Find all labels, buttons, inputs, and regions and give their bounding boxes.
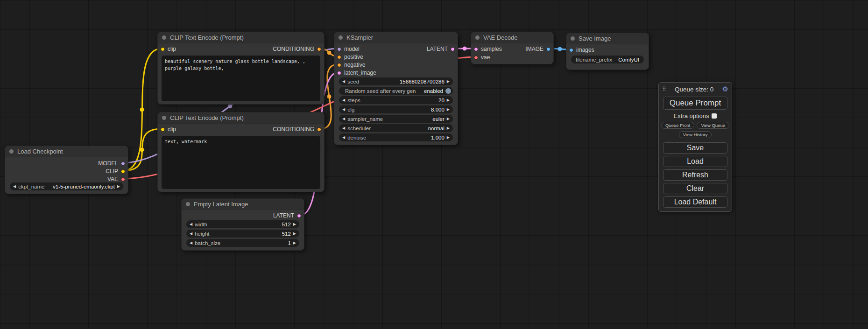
decrement-arrow-icon[interactable]: ◀ [342,133,345,141]
image-port-icon[interactable] [569,48,573,52]
settings-gear-icon[interactable]: ⚙ [722,85,728,93]
widget-batch-size[interactable]: ◀ batch_size 1 ▶ [186,239,299,247]
widget-label: height [195,231,209,237]
toggle-knob-icon[interactable] [445,88,451,94]
widget-filename-prefix[interactable]: filename_prefix ComfyUI [571,56,644,63]
collapse-dot-icon[interactable] [339,35,343,40]
decrement-arrow-icon[interactable]: ◀ [342,96,345,104]
positive-prompt-textarea[interactable]: beautiful scenery nature glass bottle la… [162,56,320,101]
decrement-arrow-icon[interactable]: ◀ [342,115,345,123]
node-title: Empty Latent Image [194,201,248,208]
node-titlebar[interactable]: VAE Decode [471,32,553,43]
drag-handle-icon[interactable]: ⠿ [662,86,666,92]
collapse-dot-icon[interactable] [186,202,190,206]
widget-height[interactable]: ◀ height 512 ▶ [186,230,299,238]
latent-port-icon[interactable] [297,214,301,218]
widget-seed[interactable]: ◀ seed 156680208700286 ▶ [339,77,453,85]
collapse-dot-icon[interactable] [162,116,166,120]
widget-random-seed-toggle[interactable]: Random seed after every gen enabled [339,87,453,95]
widget-label: Random seed after every gen [345,88,416,94]
node-titlebar[interactable]: Save Image [566,33,649,44]
input-latent-image-label: latent_image [344,70,376,76]
widget-sampler-name[interactable]: ◀ sampler_name euler ▶ [339,115,453,123]
increment-arrow-icon[interactable]: ▶ [447,115,450,123]
refresh-button[interactable]: Refresh [663,169,727,181]
model-port-icon[interactable] [337,47,341,51]
link-clip-to-negative-prompt[interactable] [123,129,162,171]
view-history-button[interactable]: View History [679,131,712,138]
node-clip-text-encode-negative[interactable]: CLIP Text Encode (Prompt) clip CONDITION… [157,112,325,192]
collapse-dot-icon[interactable] [475,35,480,40]
input-clip-label: clip [168,46,176,52]
clip-port-icon[interactable] [161,47,165,51]
node-titlebar[interactable]: KSampler [334,32,458,43]
conditioning-port-icon[interactable] [317,127,321,132]
node-vae-decode[interactable]: VAE Decode samples IMAGE vae [471,32,554,64]
output-conditioning: CONDITIONING [273,126,321,133]
node-titlebar[interactable]: CLIP Text Encode (Prompt) [158,32,324,43]
node-titlebar[interactable]: CLIP Text Encode (Prompt) [158,112,324,124]
node-clip-text-encode-positive[interactable]: CLIP Text Encode (Prompt) clip CONDITION… [157,32,325,105]
latent-port-icon[interactable] [474,47,478,51]
clip-port-icon[interactable] [161,127,165,132]
widget-width[interactable]: ◀ width 512 ▶ [186,220,299,228]
increment-arrow-icon[interactable]: ▶ [447,133,450,141]
collapse-dot-icon[interactable] [571,36,575,41]
decrement-arrow-icon[interactable]: ◀ [342,105,345,113]
latent-port-icon[interactable] [337,71,341,75]
increment-arrow-icon[interactable]: ▶ [117,182,120,190]
decrement-arrow-icon[interactable]: ◀ [342,124,345,132]
collapse-dot-icon[interactable] [9,149,14,154]
node-load-checkpoint[interactable]: Load Checkpoint MODEL CLIP VAE ◀ ckpt_na… [5,146,128,194]
decrement-arrow-icon[interactable]: ◀ [190,220,192,228]
increment-arrow-icon[interactable]: ▶ [447,124,450,132]
conditioning-port-icon[interactable] [337,63,341,67]
negative-prompt-textarea[interactable]: text, watermark [162,136,320,189]
increment-arrow-icon[interactable]: ▶ [447,96,450,104]
increment-arrow-icon[interactable]: ▶ [293,220,296,228]
decrement-arrow-icon[interactable]: ◀ [13,182,16,190]
vae-port-icon[interactable] [121,177,125,182]
conditioning-port-icon[interactable] [337,55,341,59]
clip-port-icon[interactable] [121,169,125,174]
increment-arrow-icon[interactable]: ▶ [447,77,450,85]
increment-arrow-icon[interactable]: ▶ [447,105,450,113]
model-port-icon[interactable] [121,161,125,166]
latent-port-icon[interactable] [451,47,455,51]
load-default-button[interactable]: Load Default [663,196,727,208]
widget-scheduler[interactable]: ◀ scheduler normal ▶ [339,124,453,132]
load-button[interactable]: Load [663,156,727,167]
history-row: View History [659,131,732,138]
output-image-label: IMAGE [525,46,543,52]
image-port-icon[interactable] [546,47,550,51]
widget-denoise[interactable]: ◀ denoise 1.000 ▶ [339,133,453,141]
comfy-menu-panel[interactable]: ⠿ Queue size: 0 ⚙ Queue Prompt Extra opt… [658,82,732,212]
conditioning-port-icon[interactable] [317,47,321,51]
extra-options-checkbox[interactable] [712,113,717,119]
widget-label: sampler_name [347,116,383,122]
view-queue-button[interactable]: View Queue [697,122,729,129]
node-empty-latent-image[interactable]: Empty Latent Image LATENT ◀ width 512 ▶ … [181,198,304,251]
widget-cfg[interactable]: ◀ cfg 8.000 ▶ [339,105,453,113]
decrement-arrow-icon[interactable]: ◀ [190,239,192,247]
graph-canvas[interactable]: Load Checkpoint MODEL CLIP VAE ◀ ckpt_na… [0,0,868,329]
node-ksampler[interactable]: KSampler model LATENT positive negative … [334,32,458,145]
collapse-dot-icon[interactable] [162,35,166,40]
widget-steps[interactable]: ◀ steps 20 ▶ [339,96,453,104]
queue-front-button[interactable]: Queue Front [661,122,694,129]
output-latent: LATENT [273,212,301,219]
node-titlebar[interactable]: Load Checkpoint [5,146,128,157]
queue-prompt-button[interactable]: Queue Prompt [663,97,727,110]
decrement-arrow-icon[interactable]: ◀ [342,77,345,85]
increment-arrow-icon[interactable]: ▶ [293,239,296,247]
link-clip-to-positive-prompt[interactable] [123,49,162,171]
widget-ckpt-name[interactable]: ◀ ckpt_name v1-5-pruned-emaonly.ckpt ▶ [10,182,123,190]
clear-button[interactable]: Clear [663,183,727,194]
save-button[interactable]: Save [663,142,727,154]
decrement-arrow-icon[interactable]: ◀ [190,230,192,238]
node-titlebar[interactable]: Empty Latent Image [182,199,304,210]
increment-arrow-icon[interactable]: ▶ [293,230,296,238]
node-save-image[interactable]: Save Image images filename_prefix ComfyU… [566,33,649,70]
vae-port-icon[interactable] [474,56,478,60]
widget-value: 512 [212,231,291,237]
